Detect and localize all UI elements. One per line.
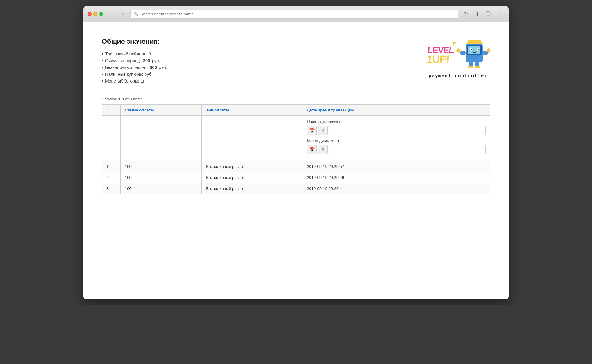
cash-text: Наличные купюры: руб. (105, 72, 153, 77)
cashless-suffix: руб. (159, 65, 167, 70)
showing-count: 3 (130, 97, 132, 101)
sum-bold: 300 (143, 58, 150, 63)
cell-num-1: 1 (102, 161, 121, 172)
nav-buttons: ‹ › (109, 10, 127, 18)
showing-of: of (124, 97, 130, 101)
address-bar[interactable]: 🔍 (130, 10, 458, 19)
logo-container: LEVEL 1UP! payment controller (426, 38, 490, 79)
back-button[interactable]: ‹ (109, 10, 117, 18)
table-header-row: # Сумма оплаты Тип оплаты Дата/Время тра… (102, 105, 490, 116)
page-content: Общие значения: Транзакций найдено: 3 Су… (83, 22, 509, 299)
filter-cell-datetime: Начало диапазона: 📅 ✕ (302, 116, 490, 161)
filter-cell-amount (121, 116, 202, 161)
showing-prefix: Showing (102, 97, 118, 101)
reload-icon: ↻ (464, 11, 468, 17)
svg-point-9 (456, 48, 461, 53)
table-row: 2 100 Безналичный расчет 2019-09-19 20:2… (102, 172, 490, 183)
svg-rect-13 (468, 66, 473, 68)
forward-button[interactable]: › (119, 10, 127, 18)
logo-text: payment controller (428, 73, 487, 79)
cell-datetime-2: 2019-09-19 20:29:49 (302, 172, 490, 183)
filter-row: Начало диапазона: 📅 ✕ (102, 116, 490, 161)
svg-point-5 (471, 49, 472, 50)
sum-prefix: Сумма за период: (105, 58, 141, 63)
forward-icon: › (122, 11, 124, 17)
cell-num-3: 3 (102, 183, 121, 194)
cell-type-3: Безналичный расчет (202, 183, 302, 194)
reload-button[interactable]: ↻ (461, 10, 471, 19)
data-table: # Сумма оплаты Тип оплаты Дата/Время тра… (102, 104, 490, 194)
calendar-start-button[interactable]: 📅 (307, 126, 317, 135)
svg-rect-14 (475, 66, 480, 68)
cell-type-2: Безналичный расчет (202, 172, 302, 183)
back-icon: ‹ (112, 11, 114, 17)
cashless-bold: 300 (150, 65, 157, 70)
showing-range: 1-3 (118, 97, 124, 101)
showing-suffix: items. (132, 97, 144, 101)
datetime-label: Дата/Время транзакции (307, 108, 354, 112)
calendar-end-icon: 📅 (309, 147, 314, 152)
minimize-button[interactable] (93, 12, 97, 16)
cell-num-2: 2 (102, 172, 121, 183)
col-header-amount[interactable]: Сумма оплаты (121, 105, 202, 116)
svg-rect-16 (467, 42, 483, 44)
filter-cell-num (102, 116, 121, 161)
table-row: 1 100 Безналичный расчет 2019-09-19 20:2… (102, 161, 490, 172)
svg-marker-19 (452, 40, 457, 45)
cashless-prefix: Безналичный расчет: (105, 65, 148, 70)
sort-icon: ↕ (356, 108, 358, 112)
list-item: Безналичный расчет: 300 руб. (102, 64, 167, 71)
list-item: Монеты/Жетоны: шт. (102, 78, 167, 84)
new-tab-icon: + (498, 10, 502, 18)
clear-start-button[interactable]: ✕ (318, 126, 328, 135)
list-item: Транзакций найдено: 3 (102, 51, 167, 57)
page-header: Общие значения: Транзакций найдено: 3 Су… (102, 38, 490, 84)
calendar-end-button[interactable]: 📅 (307, 145, 317, 154)
browser-window: ‹ › 🔍 ↻ ⬆ ⓘ + (83, 6, 509, 299)
share-icon: ⬆ (475, 11, 479, 17)
table-row: 3 100 Безналичный расчет 2019-09-19 20:2… (102, 183, 490, 194)
col-header-type[interactable]: Тип оплаты (202, 105, 302, 116)
coins-text: Монеты/Жетоны: шт. (105, 79, 147, 83)
new-tab-button[interactable]: + (496, 10, 504, 18)
filter-start-label: Начало диапазона: (307, 119, 486, 124)
filter-end-section: Конец диапазона: 📅 ✕ (307, 138, 486, 154)
summary-list: Транзакций найдено: 3 Сумма за период: 3… (102, 51, 167, 84)
cell-amount-2: 100 (121, 172, 202, 183)
cell-type-1: Безналичный расчет (202, 161, 302, 172)
showing-text: Showing 1-3 of 3 items. (102, 97, 490, 101)
cell-datetime-1: 2019-09-19 20:29:57 (302, 161, 490, 172)
list-item: Наличные купюры: руб. (102, 71, 167, 78)
filter-start-input[interactable] (329, 126, 486, 135)
transactions-text: Транзакций найдено: 3 (105, 51, 151, 56)
filter-end-input[interactable] (329, 145, 486, 154)
title-bar: ‹ › 🔍 ↻ ⬆ ⓘ + (83, 6, 509, 22)
cell-datetime-3: 2019-09-19 20:29:41 (302, 183, 490, 194)
svg-rect-7 (460, 51, 466, 55)
summary-section: Общие значения: Транзакций найдено: 3 Су… (102, 38, 167, 84)
clear-end-icon: ✕ (321, 147, 325, 152)
col-header-datetime[interactable]: Дата/Время транзакции ↕ (302, 105, 490, 116)
logo-image: LEVEL 1UP! (426, 38, 490, 71)
filter-cell-type (202, 116, 302, 161)
cell-amount-1: 100 (121, 161, 202, 172)
filter-start-row: 📅 ✕ (307, 126, 486, 135)
filter-start-section: Начало диапазона: 📅 ✕ (307, 119, 486, 135)
col-header-num[interactable]: # (102, 105, 121, 116)
svg-text:1UP!: 1UP! (426, 53, 450, 65)
info-button[interactable]: ⓘ (483, 10, 493, 19)
calendar-start-icon: 📅 (309, 128, 314, 133)
filter-end-row: 📅 ✕ (307, 145, 486, 154)
fullscreen-button[interactable] (99, 12, 103, 16)
toolbar-icons: ↻ ⬆ ⓘ (461, 10, 493, 19)
page-title: Общие значения: (102, 38, 167, 46)
clear-end-button[interactable]: ✕ (318, 145, 328, 154)
list-item: Сумма за период: 300 руб. (102, 57, 167, 64)
cell-amount-3: 100 (121, 183, 202, 194)
close-button[interactable] (88, 12, 92, 16)
filter-end-label: Конец диапазона: (307, 138, 486, 143)
svg-point-6 (478, 49, 479, 50)
traffic-lights (88, 12, 103, 16)
share-button[interactable]: ⬆ (472, 10, 482, 19)
search-input[interactable] (140, 12, 455, 16)
